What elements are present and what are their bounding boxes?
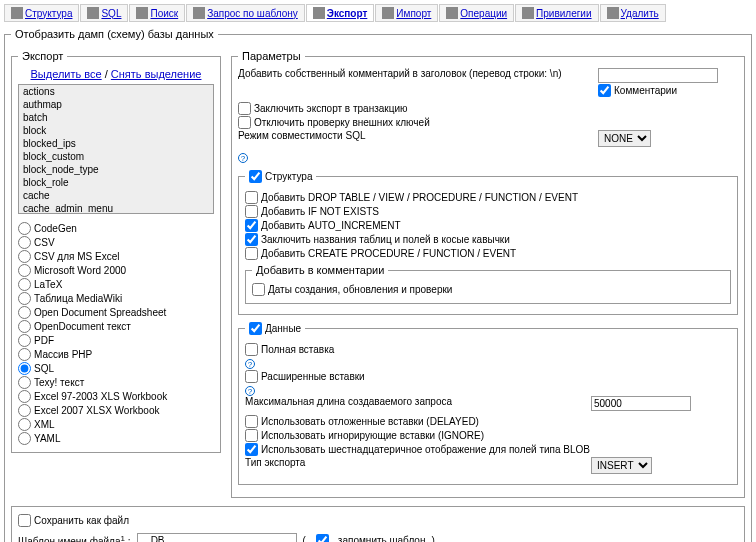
tab-privileges[interactable]: Привилегии: [515, 4, 598, 22]
hexblob-checkbox[interactable]: [245, 443, 258, 456]
format-radio[interactable]: [18, 292, 31, 305]
tab-sql[interactable]: SQL: [80, 4, 128, 22]
dates-checkbox[interactable]: [252, 283, 265, 296]
table-option[interactable]: batch: [19, 111, 213, 124]
operations-icon: [446, 7, 458, 19]
tab-bar: Структура SQL Поиск Запрос по шаблону Эк…: [4, 4, 752, 22]
tab-search[interactable]: Поиск: [129, 4, 185, 22]
format-option[interactable]: Excel 2007 XLSX Workbook: [18, 404, 214, 417]
format-radio[interactable]: [18, 264, 31, 277]
export-type-select[interactable]: INSERT: [591, 457, 652, 474]
help-icon[interactable]: ?: [238, 153, 248, 163]
format-radio[interactable]: [18, 306, 31, 319]
format-option[interactable]: CSV для MS Excel: [18, 250, 214, 263]
tab-export[interactable]: Экспорт: [306, 4, 375, 22]
tab-import[interactable]: Импорт: [375, 4, 438, 22]
unselect-all-link[interactable]: Снять выделение: [111, 68, 202, 80]
table-option[interactable]: cache_admin_menu: [19, 202, 213, 214]
table-option[interactable]: block: [19, 124, 213, 137]
table-list[interactable]: actionsauthmapbatchblockblocked_ipsblock…: [18, 84, 214, 214]
structure-enable-checkbox[interactable]: [249, 170, 262, 183]
delayed-checkbox[interactable]: [245, 415, 258, 428]
data-fieldset: Данные Полная вставка ? Расширенные вста…: [238, 321, 738, 485]
tab-operations[interactable]: Операции: [439, 4, 514, 22]
format-radio[interactable]: [18, 362, 31, 375]
select-all-link[interactable]: Выделить все: [31, 68, 102, 80]
export-fieldset: Экспорт Выделить все / Снять выделение a…: [11, 50, 221, 453]
filename-template-input[interactable]: [137, 533, 297, 542]
format-option[interactable]: Excel 97-2003 XLS Workbook: [18, 390, 214, 403]
ignore-checkbox[interactable]: [245, 429, 258, 442]
fullinsert-checkbox[interactable]: [245, 343, 258, 356]
backquote-checkbox[interactable]: [245, 233, 258, 246]
save-as-file-checkbox[interactable]: [18, 514, 31, 527]
format-radio[interactable]: [18, 334, 31, 347]
table-option[interactable]: blocked_ips: [19, 137, 213, 150]
dump-legend: Отобразить дамп (схему) базы данных: [11, 28, 218, 40]
data-enable-checkbox[interactable]: [249, 322, 262, 335]
compat-select[interactable]: NONE: [598, 130, 651, 147]
add-comments-fieldset: Добавить в комментарии Даты создания, об…: [245, 264, 731, 304]
comment-label: Добавить собственный комментарий в загол…: [238, 68, 590, 79]
format-option[interactable]: Массив PHP: [18, 348, 214, 361]
format-option[interactable]: YAML: [18, 432, 214, 445]
compat-label: Режим совместимости SQL: [238, 130, 590, 141]
format-option[interactable]: Texy! текст: [18, 376, 214, 389]
format-option[interactable]: XML: [18, 418, 214, 431]
table-icon: [11, 7, 23, 19]
format-option[interactable]: LaTeX: [18, 278, 214, 291]
structure-fieldset: Структура Добавить DROP TABLE / VIEW / P…: [238, 169, 738, 315]
format-radio[interactable]: [18, 432, 31, 445]
table-option[interactable]: authmap: [19, 98, 213, 111]
search-icon: [136, 7, 148, 19]
format-radio[interactable]: [18, 250, 31, 263]
format-option[interactable]: Microsoft Word 2000: [18, 264, 214, 277]
export-icon: [313, 7, 325, 19]
ifnot-checkbox[interactable]: [245, 205, 258, 218]
format-option[interactable]: PDF: [18, 334, 214, 347]
table-option[interactable]: cache: [19, 189, 213, 202]
query-icon: [193, 7, 205, 19]
remember-template-checkbox[interactable]: [316, 534, 329, 542]
comment-input[interactable]: [598, 68, 718, 83]
sql-icon: [87, 7, 99, 19]
table-option[interactable]: actions: [19, 85, 213, 98]
format-radio[interactable]: [18, 390, 31, 403]
format-radio[interactable]: [18, 278, 31, 291]
help-icon[interactable]: ?: [245, 359, 255, 369]
format-radio[interactable]: [18, 376, 31, 389]
format-radio[interactable]: [18, 222, 31, 235]
autoinc-checkbox[interactable]: [245, 219, 258, 232]
createproc-checkbox[interactable]: [245, 247, 258, 260]
format-option[interactable]: CSV: [18, 236, 214, 249]
format-radio[interactable]: [18, 418, 31, 431]
tab-query[interactable]: Запрос по шаблону: [186, 4, 305, 22]
format-option[interactable]: Таблица MediaWiki: [18, 292, 214, 305]
privileges-icon: [522, 7, 534, 19]
format-radio[interactable]: [18, 236, 31, 249]
format-option[interactable]: OpenDocument текст: [18, 320, 214, 333]
extinsert-checkbox[interactable]: [245, 370, 258, 383]
help-icon[interactable]: ?: [245, 386, 255, 396]
maxlen-label: Максимальная длина создаваемого запроса: [245, 396, 583, 407]
format-option[interactable]: SQL: [18, 362, 214, 375]
format-radio[interactable]: [18, 348, 31, 361]
maxlen-input[interactable]: [591, 396, 691, 411]
format-option[interactable]: Open Document Spreadsheet: [18, 306, 214, 319]
tab-drop[interactable]: Удалить: [600, 4, 666, 22]
format-radio[interactable]: [18, 404, 31, 417]
drop-icon: [607, 7, 619, 19]
dump-fieldset: Отобразить дамп (схему) базы данных Эксп…: [4, 28, 752, 542]
tab-structure[interactable]: Структура: [4, 4, 79, 22]
drop-checkbox[interactable]: [245, 191, 258, 204]
disable-fk-checkbox[interactable]: [238, 116, 251, 129]
export-type-label: Тип экспорта: [245, 457, 583, 468]
params-legend: Параметры: [238, 50, 305, 62]
table-option[interactable]: block_node_type: [19, 163, 213, 176]
format-option[interactable]: CodeGen: [18, 222, 214, 235]
table-option[interactable]: block_custom: [19, 150, 213, 163]
transaction-checkbox[interactable]: [238, 102, 251, 115]
table-option[interactable]: block_role: [19, 176, 213, 189]
format-radio[interactable]: [18, 320, 31, 333]
comments-checkbox[interactable]: [598, 84, 611, 97]
